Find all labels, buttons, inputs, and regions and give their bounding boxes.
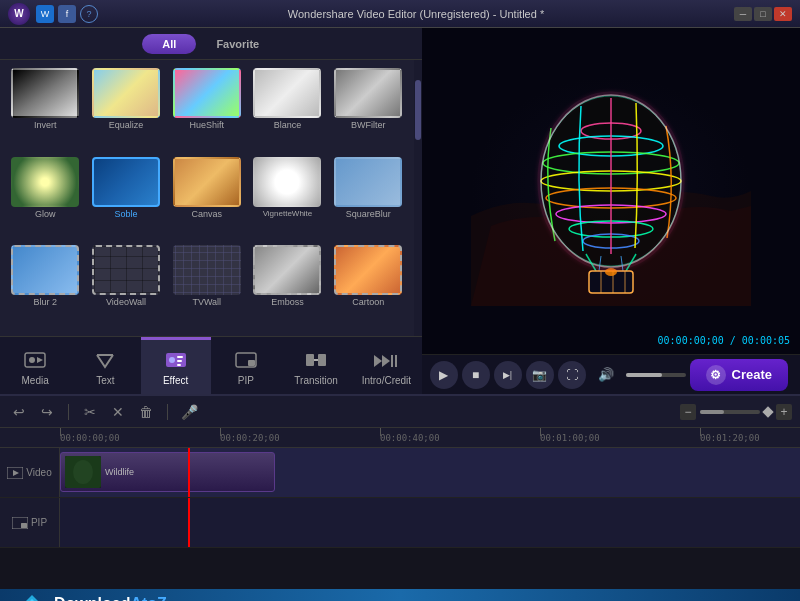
effect-vignettewhite[interactable]: VignetteWhite — [250, 157, 325, 240]
time-display: 00:00:00;00 / 00:00:05 — [658, 335, 790, 346]
zoom-out-button[interactable]: − — [680, 404, 696, 420]
effect-tvwall[interactable]: TVWall — [169, 245, 244, 328]
effect-blance[interactable]: Blance — [250, 68, 325, 151]
svg-point-6 — [169, 357, 175, 363]
top-section: All Favorite Invert Equalize — [0, 28, 800, 394]
transition-icon — [302, 349, 330, 373]
effect-soble[interactable]: Soble — [89, 157, 164, 240]
preview-balloon-svg — [471, 76, 751, 306]
zoom-control: − + — [680, 404, 792, 420]
tab-text[interactable]: Text — [70, 337, 140, 394]
timeline-ruler: 00:00:00;00 00:00:20;00 00:00:40;00 00:0… — [0, 428, 800, 448]
text-icon — [91, 349, 119, 373]
intro-icon — [372, 349, 400, 373]
scroll-thumb[interactable] — [415, 80, 421, 140]
pip-icon — [232, 349, 260, 373]
effect-videowall[interactable]: VideoWall — [89, 245, 164, 328]
svg-rect-0 — [14, 70, 77, 116]
pip-track-content[interactable] — [60, 498, 800, 547]
toolbar-separator-2 — [167, 404, 168, 420]
minimize-button[interactable]: ─ — [734, 7, 752, 21]
window-controls: ─ □ ✕ — [734, 7, 792, 21]
close-button[interactable]: ✕ — [774, 7, 792, 21]
tab-pip-label: PIP — [238, 375, 254, 386]
cut-button[interactable]: ✂ — [79, 401, 101, 423]
maximize-button[interactable]: □ — [754, 7, 772, 21]
pip-track-label: PIP — [0, 498, 60, 547]
effect-blur2[interactable]: Blur 2 — [8, 245, 83, 328]
titlebar-icons: W f ? — [36, 5, 98, 23]
effect-equalize-label: Equalize — [109, 120, 144, 130]
playhead[interactable] — [188, 448, 190, 497]
tab-pip[interactable]: PIP — [211, 337, 281, 394]
effect-invert[interactable]: Invert — [8, 68, 83, 151]
ruler-mark-4: 00:01:20;00 — [700, 428, 760, 447]
svg-marker-40 — [13, 470, 19, 476]
tab-effect[interactable]: Effect — [141, 337, 211, 394]
video-track-label: Video — [0, 448, 60, 497]
volume-slider[interactable] — [626, 373, 686, 377]
tab-text-label: Text — [96, 375, 114, 386]
effect-emboss[interactable]: Emboss — [250, 245, 325, 328]
watermark-atoz: AtoZ — [130, 595, 166, 601]
create-button[interactable]: ⚙ Create — [690, 359, 788, 391]
tab-media[interactable]: Media — [0, 337, 70, 394]
effects-scrollbar[interactable] — [414, 60, 422, 336]
effects-grid: Invert Equalize HueShift Blance — [0, 60, 414, 336]
effect-bwfilter[interactable]: BWFilter — [331, 68, 406, 151]
ruler-mark-1: 00:00:20;00 — [220, 428, 280, 447]
redo-button[interactable]: ↪ — [36, 401, 58, 423]
media-tabs: Media Text Effect — [0, 336, 422, 394]
pip-label: PIP — [31, 517, 47, 528]
clip-thumbnail — [65, 456, 101, 488]
effect-equalize[interactable]: Equalize — [89, 68, 164, 151]
ruler-mark-3: 00:01:00;00 — [540, 428, 600, 447]
video-track-content[interactable]: Wildlife — [60, 448, 800, 497]
tab-transition[interactable]: Transition — [281, 337, 351, 394]
timeline-tracks: Video Wildlife — [0, 448, 800, 589]
svg-rect-12 — [306, 354, 314, 366]
audio-button[interactable]: 🎤 — [178, 401, 200, 423]
effect-hueshift[interactable]: HueShift — [169, 68, 244, 151]
toolbar-separator-1 — [68, 404, 69, 420]
effect-squareblur[interactable]: SquareBlur — [331, 157, 406, 240]
video-clip[interactable]: Wildlife — [60, 452, 275, 492]
effect-cartoon[interactable]: Cartoon — [331, 245, 406, 328]
zoom-diamond — [762, 406, 773, 417]
effect-glow[interactable]: Glow — [8, 157, 83, 240]
svg-marker-14 — [374, 355, 382, 367]
filter-favorite-button[interactable]: Favorite — [196, 34, 279, 54]
effect-blur2-label: Blur 2 — [34, 297, 58, 307]
stop-button[interactable]: ■ — [462, 361, 490, 389]
effect-squareblur-label: SquareBlur — [346, 209, 391, 219]
delete-button[interactable]: 🗑 — [135, 401, 157, 423]
watermark-diamond-icon — [16, 593, 48, 601]
ruler-mark-0: 00:00:00;00 — [60, 428, 120, 447]
svg-marker-3 — [37, 357, 43, 363]
app-icon-main[interactable]: W — [36, 5, 54, 23]
app: W W f ? Wondershare Video Editor (Unregi… — [0, 0, 800, 601]
svg-rect-8 — [177, 360, 182, 362]
fullscreen-button[interactable]: ⛶ — [558, 361, 586, 389]
zoom-in-button[interactable]: + — [776, 404, 792, 420]
tab-intro-label: Intro/Credit — [362, 375, 411, 386]
effect-cartoon-label: Cartoon — [352, 297, 384, 307]
tab-intro[interactable]: Intro/Credit — [351, 337, 421, 394]
zoom-slider[interactable] — [700, 410, 760, 414]
watermark-logo: DownloadAtoZ FREESOFTWARE.SAFE.DOWNLOAD — [16, 593, 236, 601]
media-icon — [21, 349, 49, 373]
effect-canvas[interactable]: Canvas — [169, 157, 244, 240]
step-forward-button[interactable]: ▶| — [494, 361, 522, 389]
undo-button[interactable]: ↩ — [8, 401, 30, 423]
help-icon[interactable]: ? — [80, 5, 98, 23]
clip-label: Wildlife — [105, 467, 134, 477]
play-button[interactable]: ▶ — [430, 361, 458, 389]
screenshot-button[interactable]: 📷 — [526, 361, 554, 389]
facebook-icon[interactable]: f — [58, 5, 76, 23]
tab-media-label: Media — [22, 375, 49, 386]
delete-clip-button[interactable]: ✕ — [107, 401, 129, 423]
filter-all-button[interactable]: All — [142, 34, 196, 54]
video-track: Video Wildlife — [0, 448, 800, 498]
svg-marker-15 — [382, 355, 390, 367]
tab-transition-label: Transition — [294, 375, 338, 386]
